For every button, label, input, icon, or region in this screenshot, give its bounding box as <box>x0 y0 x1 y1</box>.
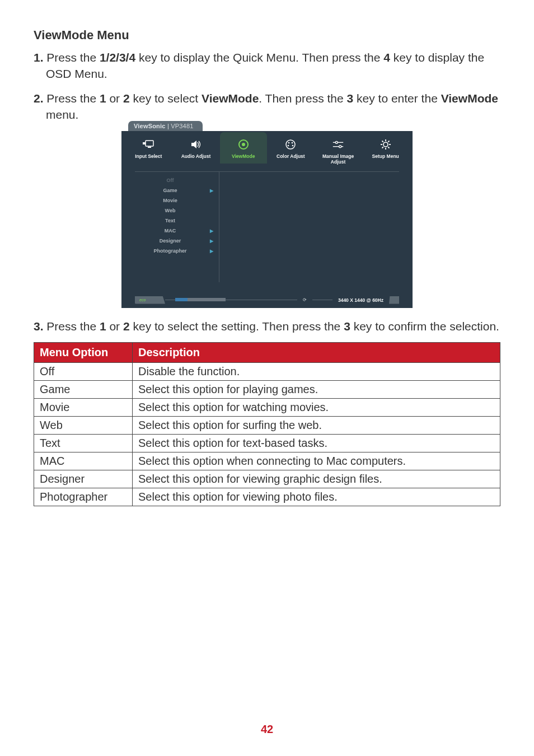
list-item-web[interactable]: Web <box>135 206 219 216</box>
key-1234: 1/2/3/4 <box>100 51 135 64</box>
description-cell: Select this option for watching movies. <box>133 398 500 416</box>
list-item-text[interactable]: Text <box>135 216 219 226</box>
step-3-number: 3. <box>34 320 46 333</box>
svg-point-6 <box>288 142 290 143</box>
list-item-off[interactable]: Off <box>135 175 219 185</box>
text: Press the <box>46 92 100 105</box>
table-header-option: Menu Option <box>34 342 133 362</box>
description-cell: Disable the function. <box>133 362 500 380</box>
model-name: VP3481 <box>171 123 193 129</box>
label: Photographer <box>153 248 186 254</box>
table-row: PhotographerSelect this option for viewi… <box>34 488 500 506</box>
svg-rect-1 <box>143 142 146 144</box>
input-icon <box>142 139 154 150</box>
tab-label: Input Select <box>135 153 162 159</box>
text: key to select the setting. Then press th… <box>130 320 344 333</box>
svg-point-5 <box>286 140 295 149</box>
osd-brand-tab: ViewSonic | VP3481 <box>128 121 203 131</box>
resolution-label: 3440 X 1440 @ 60Hz <box>332 297 389 303</box>
key-3: 3 <box>347 92 354 105</box>
tab-audio-adjust[interactable]: Audio Adjust <box>172 139 220 165</box>
svg-point-14 <box>383 142 388 147</box>
option-cell: Off <box>34 362 133 380</box>
text: Press the <box>46 320 100 333</box>
svg-point-13 <box>339 145 341 147</box>
brand-name: ViewSonic <box>134 123 166 129</box>
list-item-movie[interactable]: Movie <box>135 195 219 206</box>
svg-rect-0 <box>146 141 153 146</box>
description-cell: Select this option for surfing the web. <box>133 416 500 434</box>
submenu-arrow-icon: ▶ <box>210 239 213 244</box>
footer-line <box>312 300 332 300</box>
eco-label: eco <box>139 298 146 302</box>
osd-header: Input Select Audio Adjust ViewMode <box>121 131 413 171</box>
options-table: Menu Option Description OffDisable the f… <box>34 342 500 506</box>
step-2-number: 2. <box>34 92 46 105</box>
list-item-photographer[interactable]: Photographer▶ <box>135 246 219 256</box>
svg-line-19 <box>382 141 383 142</box>
submenu-arrow-icon: ▶ <box>210 249 213 254</box>
table-row: WebSelect this option for surfing the we… <box>34 416 500 434</box>
description-cell: Select this option for viewing photo fil… <box>133 488 500 506</box>
list-item-game[interactable]: Game▶ <box>135 185 219 195</box>
step-1: 1. Press the 1/2/3/4 key to display the … <box>34 49 500 82</box>
key-2: 2 <box>123 92 130 105</box>
tab-input-select[interactable]: Input Select <box>125 139 172 165</box>
description-cell: Select this option for text-based tasks. <box>133 434 500 452</box>
list-item-designer[interactable]: Designer▶ <box>135 236 219 246</box>
table-row: MovieSelect this option for watching mov… <box>34 398 500 416</box>
tab-setup-menu[interactable]: Setup Menu <box>362 139 409 165</box>
option-cell: Designer <box>34 470 133 488</box>
text: or <box>106 92 123 105</box>
text: or <box>106 320 123 333</box>
brightness-bar <box>175 298 226 301</box>
key-1: 1 <box>100 320 106 333</box>
list-item-mac[interactable]: MAC▶ <box>135 226 219 236</box>
text: key to select <box>130 92 202 105</box>
viewmode-label: ViewMode <box>202 92 259 105</box>
tab-color-adjust[interactable]: Color Adjust <box>267 139 315 165</box>
vertical-separator <box>219 172 219 282</box>
osd-panel: ViewSonic | VP3481 Input Select Audio Ad… <box>121 131 413 308</box>
section-heading: ViewMode Menu <box>34 28 500 43</box>
tab-label: Color Adjust <box>277 153 305 159</box>
option-cell: Photographer <box>34 488 133 506</box>
svg-rect-2 <box>148 147 151 148</box>
table-row: TextSelect this option for text-based ta… <box>34 434 500 452</box>
footer-cap <box>389 296 399 304</box>
key-1: 1 <box>100 92 106 105</box>
description-cell: Select this option when connecting to Ma… <box>133 452 500 470</box>
option-cell: Game <box>34 380 133 398</box>
footer-line <box>165 300 297 300</box>
option-cell: MAC <box>34 452 133 470</box>
table-row: GameSelect this option for playing games… <box>34 380 500 398</box>
viewmode-list: Off Game▶ Movie Web Text MAC▶ Designer▶ … <box>135 172 219 259</box>
tab-manual-image[interactable]: Manual Image Adjust <box>315 139 362 165</box>
key-3: 3 <box>344 320 350 333</box>
submenu-arrow-icon: ▶ <box>210 188 213 193</box>
label: MAC <box>165 228 176 234</box>
table-header-description: Description <box>133 342 500 362</box>
text: menu. <box>46 108 78 121</box>
tab-label: Audio Adjust <box>181 153 211 159</box>
tab-label: Manual Image Adjust <box>315 153 362 165</box>
gear-icon <box>380 139 392 150</box>
eco-badge: eco <box>135 296 165 304</box>
viewmode-label: ViewMode <box>441 92 498 105</box>
active-tab-highlight <box>220 132 267 164</box>
table-row: MACSelect this option when connecting to… <box>34 452 500 470</box>
osd-footer: eco ⟳ 3440 X 1440 @ 60Hz <box>135 296 399 305</box>
svg-point-7 <box>292 142 293 143</box>
osd-body: Off Game▶ Movie Web Text MAC▶ Designer▶ … <box>135 171 399 282</box>
text: key to enter the <box>353 92 441 105</box>
label: Designer <box>160 238 181 244</box>
text: . Then press the <box>259 92 346 105</box>
table-row: OffDisable the function. <box>34 362 500 380</box>
option-cell: Text <box>34 434 133 452</box>
svg-point-9 <box>292 144 294 146</box>
description-cell: Select this option for viewing graphic d… <box>133 470 500 488</box>
svg-line-20 <box>388 147 389 148</box>
text: key to display the Quick Menu. Then pres… <box>135 51 383 64</box>
sliders-icon <box>332 139 344 150</box>
brightness-fill <box>175 298 188 301</box>
